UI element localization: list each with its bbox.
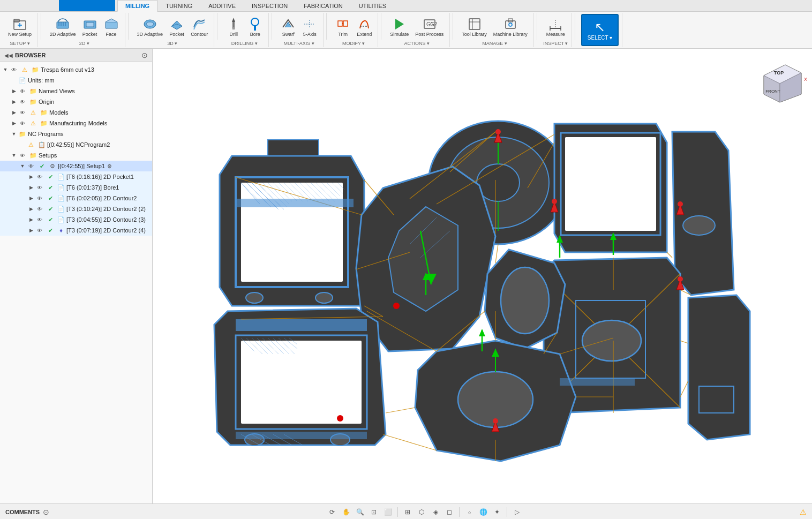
tab-inspection[interactable]: INSPECTION [244, 0, 296, 11]
environment-tool[interactable]: 🌐 [477, 506, 489, 518]
visibility-icon-b1[interactable]: 👁 [35, 183, 44, 192]
visibility-icon-p1[interactable]: 👁 [35, 172, 44, 181]
multiaxis-btn1[interactable]: Swarf [278, 14, 298, 39]
tree-arrow-c2: ▶ [28, 195, 34, 201]
tab-milling[interactable]: MILLING [117, 0, 157, 12]
tree-origin[interactable]: ▶ 👁 📁 Origin [0, 96, 152, 107]
tree-setup1[interactable]: ▼ 👁 ✔ ⚙ [(0:42:55)] Setup1 ⚙ [0, 161, 152, 171]
visibility-icon-c2-2[interactable]: 👁 [35, 205, 44, 213]
visibility-icon-origin[interactable]: 👁 [18, 97, 27, 106]
multiaxis-btn2[interactable]: 5-Axis [299, 14, 320, 39]
3d-adaptive-btn[interactable]: 3D Adaptive [134, 14, 166, 39]
toollib-btn[interactable]: Tool Library [459, 14, 490, 39]
tree-pocket1[interactable]: ▶ 👁 ✔ 📄 [T6 (0:16:16)] 2D Pocket1 [0, 171, 152, 182]
tree-units[interactable]: 📄 Units: mm [0, 75, 152, 86]
machinelib-label: Machine Library [493, 32, 528, 37]
tree-arrow-units [11, 77, 17, 84]
svg-rect-50 [565, 137, 656, 231]
tab-additive[interactable]: ADDITIVE [200, 0, 244, 11]
browser-collapse-arrow[interactable]: ◀◀ [4, 52, 13, 58]
section-tool[interactable]: ⬦ [463, 506, 475, 518]
2d-adaptive-btn[interactable]: 2D Adaptive [47, 14, 79, 39]
visibility-icon-setups[interactable]: 👁 [18, 151, 27, 160]
3d-contour-btn[interactable]: Contour [188, 14, 210, 39]
visibility-icon-mfgm[interactable]: 👁 [18, 119, 27, 127]
modify-btn2[interactable]: Extend [354, 14, 374, 39]
browser-pin-icon[interactable]: ⊙ [141, 51, 148, 59]
2d-face-btn[interactable]: Face [101, 14, 122, 39]
svg-point-119 [678, 201, 683, 207]
orbit-tool[interactable]: ⟳ [326, 506, 338, 518]
tree-mfgmodels[interactable]: ▶ 👁 ⚠ 📁 Manufacturing Models [0, 118, 152, 129]
check-icon-c2-2: ✔ [46, 205, 55, 213]
tree-namedviews[interactable]: ▶ 👁 📁 Named Views [0, 86, 152, 96]
tree-ncprograms[interactable]: ▼ 📁 NC Programs [0, 129, 152, 139]
separator1 [397, 507, 398, 517]
doc-icon-c2-3: 📄 [57, 215, 65, 224]
label-namedviews: Named Views [39, 88, 75, 94]
viewcube-tool[interactable]: ⬜ [382, 506, 394, 518]
select-arrow-icon: ↖ [595, 20, 605, 35]
fit-tool[interactable]: ⊡ [368, 506, 380, 518]
bottom-bar: COMMENTS ⊙ ⟳ ✋ 🔍 ⊡ ⬜ ⊞ ⬡ ◈ ◻ ⬦ 🌐 ✦ ▷ ⚠ [0, 503, 812, 519]
visibility-icon-root[interactable]: 👁 [10, 65, 18, 74]
visual-style-tool[interactable]: ◈ [430, 506, 441, 518]
view-cube[interactable]: TOP FRONT X [753, 54, 807, 113]
setup-new-btn[interactable]: New Setup [5, 14, 34, 39]
comments-label: COMMENTS [5, 509, 40, 515]
tab-fabrication[interactable]: FABRICATION [296, 0, 351, 11]
effect-tool[interactable]: ✦ [491, 506, 503, 518]
tab-turning[interactable]: TURNING [157, 0, 200, 11]
check-icon-setup1: ✔ [37, 162, 46, 170]
visibility-icon-models[interactable]: 👁 [18, 108, 27, 117]
label-contour2: [T6 (0:02:05)] 2D Contour2 [66, 195, 137, 201]
tree-arrow-setups: ▼ [11, 152, 17, 159]
toollib-icon [467, 17, 482, 32]
postprocess-label: Post Process [415, 32, 443, 37]
viewport[interactable]: TOP FRONT X [153, 49, 812, 503]
svg-point-41 [246, 292, 263, 303]
tree-root[interactable]: ▼ 👁 ⚠ 📁 Trespa 6mm cut v13 [0, 64, 152, 75]
visibility-icon-c2-3[interactable]: 👁 [35, 215, 44, 224]
tree-contour2-3[interactable]: ▶ 👁 ✔ 📄 [T3 (0:04:55)] 2D Contour2 (3) [0, 214, 152, 225]
tree-contour2[interactable]: ▶ 👁 ✔ 📄 [T6 (0:02:05)] 2D Contour2 [0, 193, 152, 204]
postprocess-btn[interactable]: G1G2 Post Process [412, 14, 446, 39]
svg-rect-134 [236, 432, 367, 439]
3d-pocket-btn[interactable]: Pocket [167, 14, 187, 39]
postprocess-icon: G1G2 [422, 17, 437, 32]
simulate-btn[interactable]: Simulate [387, 14, 411, 39]
visibility-icon-c2[interactable]: 👁 [35, 194, 44, 202]
visibility-icon-nv[interactable]: 👁 [18, 87, 27, 95]
svg-point-28 [509, 23, 512, 26]
modify-btn1[interactable]: Trim [333, 14, 353, 39]
2d-pocket-btn[interactable]: Pocket [80, 14, 100, 39]
visibility-icon-setup1[interactable]: 👁 [27, 162, 35, 170]
svg-rect-23 [469, 19, 480, 29]
tree-ncprogram2[interactable]: ⚠ 📋 [(0:42:55)] NCProgram2 [0, 139, 152, 150]
machinelib-btn[interactable]: Machine Library [491, 14, 530, 39]
manufacture-button[interactable]: MANUFACTURE [59, 0, 115, 11]
tree-contour2-2[interactable]: ▶ 👁 ✔ 📄 [T3 (0:10:24)] 2D Contour2 (2) [0, 204, 152, 214]
zoom-tool[interactable]: 🔍 [354, 506, 366, 518]
multiaxis-icon1 [281, 17, 296, 32]
tree-contour2-4[interactable]: ▶ 👁 ✔ ♦ [T3 (0:07:19)] 2D Contour2 (4) [0, 225, 152, 236]
tree-models[interactable]: ▶ 👁 ⚠ 📁 Models [0, 107, 152, 118]
perspective-tool[interactable]: ◻ [443, 506, 455, 518]
tree-bore1[interactable]: ▶ 👁 ✔ 📄 [T6 (0:01:37)] Bore1 [0, 182, 152, 193]
visibility-icon-c2-4[interactable]: 👁 [35, 226, 44, 235]
bore-btn[interactable]: Bore [245, 14, 265, 39]
comments-pin-icon[interactable]: ⊙ [43, 508, 49, 516]
display-tool[interactable]: ⬡ [416, 506, 427, 518]
ribbon-select: ↖ SELECT ▾ [578, 13, 623, 47]
tree-arrow-mfgmodels: ▶ [11, 120, 17, 126]
setup1-settings-btn[interactable]: ⚙ [107, 163, 112, 169]
sim-tool[interactable]: ▷ [511, 506, 523, 518]
label-bore1: [T6 (0:01:37)] Bore1 [66, 184, 119, 191]
pan-tool[interactable]: ✋ [340, 506, 352, 518]
tree-setups[interactable]: ▼ 👁 📁 Setups [0, 150, 152, 161]
drill-btn[interactable]: Drill [223, 14, 244, 39]
select-button[interactable]: ↖ SELECT ▾ [581, 14, 619, 46]
tab-utilities[interactable]: UTILITIES [351, 0, 394, 11]
grid-tool[interactable]: ⊞ [402, 506, 413, 518]
measure-btn[interactable]: Measure [544, 14, 568, 39]
